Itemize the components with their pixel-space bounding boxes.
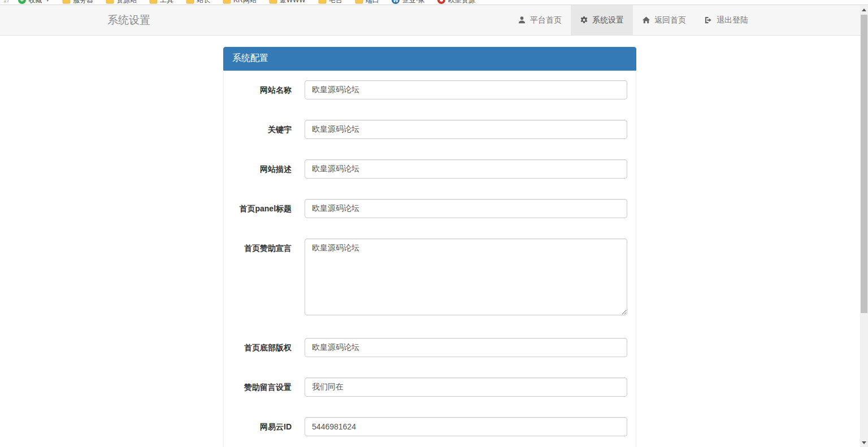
bookmark-zhai-tai[interactable]: 宅台 [318,0,342,5]
field-netease_id[interactable] [305,417,627,436]
folder-icon [355,0,363,5]
field-input-col [305,238,627,318]
nav-system-settings[interactable]: 系统设置 [571,5,633,35]
field-sponsor_message[interactable] [305,377,627,397]
field-footer_copyright[interactable] [305,338,627,357]
bookmark-label: 欧皇资源 [448,0,475,5]
bookmark-label: 站长 [197,0,210,5]
field-input-col [305,338,627,357]
scrollbar-down-button[interactable] [860,438,868,447]
nav-label: 平台首页 [530,15,562,25]
user-icon [518,16,526,24]
bookmark-label: 金WWW [280,0,306,5]
field-input-col [305,199,627,218]
folder-icon [106,0,114,5]
field-keywords[interactable] [305,120,627,139]
form-row-site_desc: 网站描述 [232,159,627,179]
vertical-scrollbar[interactable] [860,5,868,447]
bookmark-favorites[interactable]: +收藏▼ [18,0,50,5]
bookmark-label: 工具 [160,0,173,5]
caret-down-icon: ▼ [45,0,50,3]
form-row-sponsor_slogan: 首页赞助宣言 [232,238,627,318]
field-input-col [305,417,627,436]
field-input-col [305,120,627,139]
top-navbar: 系统设置 平台首页系统设置返回首页退出登陆 [0,5,868,36]
folder-icon [269,0,277,5]
field-label-keywords: 关键宇 [232,120,292,135]
add-bookmark-icon: + [18,0,26,5]
folder-icon [149,0,158,5]
bookmark-label: 收藏 [28,0,42,5]
field-sponsor_slogan[interactable] [305,238,627,315]
panel-heading: 系统配置 [223,47,636,71]
bookmark-jin-www[interactable]: 金WWW [269,0,306,5]
bookmark-label: KR网站 [233,0,257,5]
home-icon [642,16,650,24]
field-site_name[interactable] [305,80,627,99]
signout-icon [704,16,713,24]
field-input-col [305,377,627,397]
bookmark-kr-site[interactable]: KR网站 [223,0,257,5]
nav-label: 系统设置 [592,15,624,25]
field-label-sponsor_message: 赞助留言设置 [232,377,292,393]
bookmark-label: 宅台 [329,0,342,5]
header-nav: 平台首页系统设置返回首页退出登陆 [509,5,757,35]
up-arrow-icon [862,8,866,11]
bookmark-webmaster[interactable]: 站长 [186,0,210,5]
bookmark-ouhuang[interactable]: 欧皇资源 [437,0,475,5]
bookmark-tools[interactable]: 工具 [149,0,173,5]
form-row-keywords: 关键宇 [232,120,627,139]
folder-icon [223,0,231,5]
bookmark-servers[interactable]: 服务器 [62,0,93,5]
field-input-col [305,80,627,99]
nav-platform-home[interactable]: 平台首页 [509,5,571,35]
field-input-col [305,159,627,179]
bookmark-label: 资源站 [116,0,137,5]
form-row-panel_title: 首页panel标题 [232,199,627,218]
down-arrow-icon [862,441,866,444]
wordpress-icon: W [392,0,400,5]
system-config-panel: 系统配置 网站名称关键宇网站描述首页panel标题首页赞助宣言首页底部版权赞助留… [223,47,636,447]
bookmarks-strip: 17 +收藏▼服务器资源站工具站长KR网站金WWW宅台端口W企业·家欧皇资源 [0,0,868,5]
field-label-site_name: 网站名称 [232,80,292,96]
nav-label: 退出登陆 [717,15,748,25]
field-label-netease_id: 网易云ID [232,417,292,432]
gear-icon [580,16,588,24]
nav-label: 返回首页 [654,15,686,25]
page-title: 系统设置 [107,13,150,28]
bookmark-qiye[interactable]: W企业·家 [392,0,425,5]
bookmark-label: 端口 [366,0,379,5]
folder-icon [318,0,327,5]
form-row-footer_copyright: 首页底部版权 [232,338,627,357]
field-site_desc[interactable] [305,159,627,179]
field-label-panel_title: 首页panel标题 [232,199,292,214]
form-row-sponsor_message: 赞助留言设置 [232,377,627,397]
nav-logout[interactable]: 退出登陆 [695,5,757,35]
field-label-site_desc: 网站描述 [232,159,292,175]
browser-bookmarks-bar: 17 +收藏▼服务器资源站工具站长KR网站金WWW宅台端口W企业·家欧皇资源 [0,0,868,5]
field-label-footer_copyright: 首页底部版权 [232,338,292,353]
red-site-icon [437,0,446,5]
folder-icon [62,0,71,5]
bookmark-label: 企业·家 [402,0,425,5]
form-row-netease_id: 网易云ID [232,417,627,436]
main-content: 系统配置 网站名称关键宇网站描述首页panel标题首页赞助宣言首页底部版权赞助留… [0,36,868,447]
scrollbar-up-button[interactable] [860,5,868,14]
folder-icon [186,0,194,5]
field-label-sponsor_slogan: 首页赞助宣言 [232,238,292,254]
bookmarks-edge-text: 17 [3,0,10,3]
form-row-site_name: 网站名称 [232,80,627,99]
bookmark-label: 服务器 [73,0,93,5]
scrollbar-thumb[interactable] [861,15,867,313]
bookmark-resources[interactable]: 资源站 [106,0,137,5]
bookmark-duankou[interactable]: 端口 [355,0,379,5]
panel-body: 网站名称关键宇网站描述首页panel标题首页赞助宣言首页底部版权赞助留言设置网易… [223,71,636,447]
nav-back-home[interactable]: 返回首页 [633,5,695,35]
field-panel_title[interactable] [305,199,627,218]
